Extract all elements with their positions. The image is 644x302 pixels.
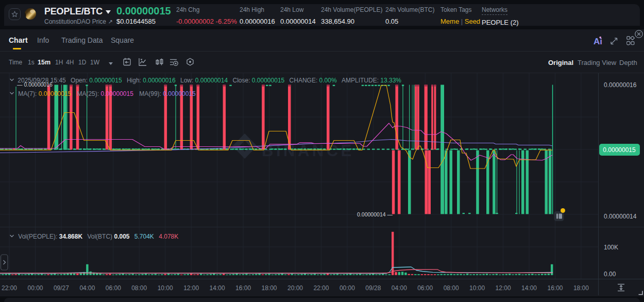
svg-text:22:00: 22:00 — [2, 284, 17, 292]
svg-text:06:00: 06:00 — [417, 284, 433, 292]
svg-text:0.00000014 —: 0.00000014 — — [357, 211, 393, 217]
svg-text:20:00: 20:00 — [287, 284, 303, 292]
svg-text:0.00000014: 0.00000014 — [604, 213, 637, 220]
svg-text:0.00: 0.00 — [604, 271, 616, 278]
svg-text:09/27: 09/27 — [54, 284, 69, 292]
svg-text:14:00: 14:00 — [210, 284, 225, 292]
svg-text:04:00: 04:00 — [392, 284, 407, 292]
svg-text:0.00000016: 0.00000016 — [604, 81, 637, 89]
svg-text:08:00: 08:00 — [444, 284, 459, 292]
svg-text:18:00: 18:00 — [261, 284, 277, 292]
svg-text:06:00: 06:00 — [106, 284, 121, 292]
svg-text:14:00: 14:00 — [521, 284, 537, 292]
svg-text:00:00: 00:00 — [340, 284, 355, 292]
svg-text:16:00: 16:00 — [547, 284, 563, 292]
svg-text:12:00: 12:00 — [183, 284, 199, 292]
svg-text:22:00: 22:00 — [313, 284, 329, 292]
svg-text:09/28: 09/28 — [365, 284, 381, 292]
svg-text:16:00: 16:00 — [235, 284, 251, 292]
svg-text:00:00: 00:00 — [27, 284, 43, 292]
svg-text:10:00: 10:00 — [158, 284, 173, 292]
svg-text:12:00: 12:00 — [496, 284, 511, 292]
svg-text:18:00: 18:00 — [573, 284, 589, 292]
svg-text:08:00: 08:00 — [131, 284, 147, 292]
svg-text:100K: 100K — [604, 244, 618, 251]
svg-text:04:00: 04:00 — [79, 284, 95, 292]
svg-text:0.00000015: 0.00000015 — [603, 146, 636, 154]
svg-text:10:00: 10:00 — [469, 284, 485, 292]
